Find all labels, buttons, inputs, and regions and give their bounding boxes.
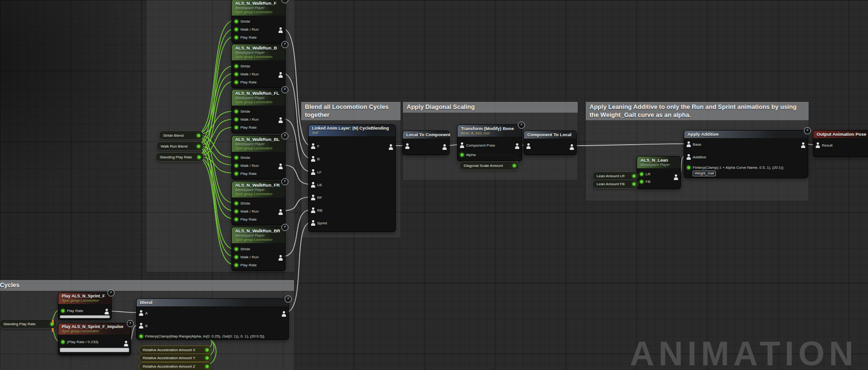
var-standing-play-rate[interactable]: Standing Play Rate — [156, 152, 204, 162]
pin-play-rate[interactable]: Play Rate — [234, 215, 257, 223]
pose-output-pin[interactable] — [278, 116, 283, 125]
node-als-n-walkrun-br[interactable]: ALS_N_WalkRun_BRBlendspace PlayerSync gr… — [231, 227, 286, 271]
pin-alpha-expression[interactable]: FInterp(Clamp(-1 + Alpha Curve Name, 0.5… — [687, 164, 783, 171]
pose-output-pin[interactable] — [124, 340, 128, 348]
pose-output-pin[interactable] — [674, 173, 678, 182]
anim-graph-canvas[interactable]: ANIMATION Blend all Locomotion Cycles to… — [0, 0, 868, 370]
pin-lr[interactable]: LR — [639, 171, 650, 177]
node-als-n-walkrun-fr[interactable]: ALS_N_WalkRun_FRBlendspace PlayerSync gr… — [231, 181, 286, 225]
pin-fb[interactable]: FB — [639, 178, 650, 185]
pin-f[interactable]: F — [311, 142, 319, 150]
float-output-pin[interactable] — [205, 348, 209, 352]
pose-output-pin[interactable] — [442, 143, 447, 152]
pin-walk-run[interactable]: Walk / Run — [234, 115, 259, 123]
comment-title[interactable]: Apply Diagonal Scaling — [403, 102, 578, 113]
pin-stride[interactable]: Stride — [234, 17, 250, 25]
pin-stride[interactable]: Stride — [234, 199, 250, 207]
pin-play-rate[interactable]: Play Rate — [234, 170, 257, 177]
float-output-pin[interactable] — [197, 155, 201, 159]
float-output-pin[interactable] — [632, 182, 636, 186]
node-component-to-local[interactable]: Component To Local — [524, 131, 577, 155]
var-stride-blend[interactable]: Stride Blend — [159, 131, 203, 140]
pin-stride[interactable]: Stride — [234, 107, 250, 115]
var-relative-acceleration-y[interactable]: Relative Acceleration Amount Y — [139, 354, 212, 362]
var-relative-acceleration-x[interactable]: Relative Acceleration Amount X — [139, 345, 212, 354]
pose-output-pin[interactable] — [105, 308, 109, 316]
pin-walk-run[interactable]: Walk / Run — [234, 70, 259, 78]
pose-output-pin[interactable] — [278, 26, 283, 35]
float-output-pin[interactable] — [632, 174, 636, 178]
pin-stride[interactable]: Stride — [234, 245, 250, 253]
pin-lf[interactable]: LF — [311, 168, 321, 176]
pin-play-rate[interactable]: Play Rate — [234, 261, 257, 269]
pose-output-pin[interactable] — [278, 254, 283, 263]
pin-alpha-expression[interactable]: FInterp(Clamp(Map Range(Alpha, In(0: 0.2… — [139, 332, 264, 340]
float-pin-icon — [234, 172, 238, 176]
pin-result[interactable]: Result — [816, 141, 833, 149]
pose-output-pin[interactable] — [282, 310, 286, 319]
pin-lb[interactable]: LB — [311, 181, 322, 189]
var-walk-run-blend[interactable]: Walk Run Blend — [156, 141, 203, 151]
pose-output-pin[interactable] — [570, 143, 574, 152]
pin-component-pose[interactable]: Component Pose — [460, 141, 495, 149]
pin-rf[interactable]: RF — [311, 193, 322, 202]
node-blend[interactable]: Blend ⚡ A B FInterp(Clamp(Map Range(Alph… — [136, 298, 289, 340]
pin-b[interactable]: B — [311, 155, 319, 163]
pose-output-pin[interactable] — [278, 71, 283, 80]
node-apply-additive[interactable]: Apply Additive ⚡ Base Additive FInterp(C… — [684, 130, 808, 178]
pin-play-rate[interactable]: Play Rate — [234, 33, 257, 41]
node-als-n-walkrun-bl[interactable]: ALS_N_WalkRun_BLBlendspace PlayerSync gr… — [231, 135, 286, 180]
float-output-pin[interactable] — [197, 133, 201, 138]
pose-output-pin[interactable] — [801, 141, 805, 150]
pin-play-rate-expression[interactable]: (Play Rate / 0.233) — [61, 338, 98, 345]
float-output-pin[interactable] — [512, 164, 516, 168]
pose-output-pin[interactable] — [389, 143, 393, 152]
node-play-als-n-sprint-f[interactable]: Play ALS_N_Sprint_FSync group Locomotion… — [58, 292, 112, 320]
float-output-pin[interactable] — [205, 364, 209, 369]
var-lean-amount-fb[interactable]: Lean Amount FB — [592, 180, 639, 189]
var-relative-acceleration-z[interactable]: Relative Acceleration Amount Z — [139, 362, 212, 370]
pin-additive[interactable]: Additive — [687, 153, 706, 161]
pose-output-pin[interactable] — [278, 163, 283, 171]
pin-b[interactable]: B — [139, 322, 147, 329]
pin-walk-run[interactable]: Walk / Run — [234, 253, 259, 261]
pin-alpha[interactable]: Alpha — [460, 151, 475, 158]
node-linked-anim-layer-cycleblending[interactable]: Linked Anim Layer: (N) CycleBlendingSelf… — [308, 124, 396, 232]
comment-title[interactable]: Apply Leaning Additive to only the Run a… — [586, 102, 809, 120]
pose-output-pin[interactable] — [515, 142, 519, 151]
float-output-pin[interactable] — [205, 356, 209, 360]
sync-group-label: Sync group Locomotion — [235, 100, 282, 104]
pin-base[interactable]: Base — [687, 140, 701, 148]
node-transform-modify-bone[interactable]: Transform (Modify) BoneBone: ik_foot_roo… — [457, 124, 522, 161]
float-output-pin[interactable] — [197, 144, 201, 148]
node-play-als-n-sprint-f-impulse[interactable]: Play ALS_N_Sprint_F_ImpulseSync group Lo… — [58, 323, 131, 355]
pin-play-rate[interactable]: Play Rate — [234, 78, 257, 86]
pin-play-rate[interactable]: Play Rate — [234, 123, 257, 131]
var-diagonal-scale-amount[interactable]: Diagonal Scale Amount — [459, 161, 519, 170]
pose-input-pin[interactable] — [526, 142, 531, 150]
node-subtitle: Blendspace Player — [235, 50, 282, 55]
pin-sprint[interactable]: Sprint — [311, 219, 327, 227]
node-als-n-walkrun-fl[interactable]: ALS_N_WalkRun_FLBlendspace PlayerSync gr… — [231, 89, 286, 133]
node-output-animation-pose[interactable]: Output Animation Pose Result — [813, 130, 868, 157]
node-local-to-component[interactable]: Local To Component — [402, 131, 450, 155]
pose-input-pin[interactable] — [405, 142, 409, 150]
pin-stride[interactable]: Stride — [234, 62, 250, 70]
node-als-n-walkrun-f[interactable]: ALS_N_WalkRun_FBlendspace PlayerSync gro… — [231, 0, 286, 43]
node-als-n-lean[interactable]: ALS_N_LeanBlendspace Player LR FB — [637, 156, 681, 189]
pin-a[interactable]: A — [139, 309, 147, 317]
comment-title[interactable]: Blend all Locomotion Cycles together — [301, 102, 401, 120]
float-pin-icon — [139, 334, 143, 338]
pin-stride[interactable]: Stride — [234, 154, 250, 161]
pin-walk-run[interactable]: Walk / Run — [234, 25, 259, 33]
float-pin-icon — [234, 255, 238, 259]
pin-walk-run[interactable]: Walk / Run — [234, 207, 259, 215]
pin-play-rate[interactable]: Play Rate — [61, 307, 83, 314]
var-standing-play-rate-sprint[interactable]: Standing Play Rate — [0, 319, 57, 329]
node-als-n-walkrun-b[interactable]: ALS_N_WalkRun_BBlendspace PlayerSync gro… — [231, 44, 286, 88]
pose-output-pin[interactable] — [278, 208, 283, 217]
pin-walk-run[interactable]: Walk / Run — [234, 162, 259, 169]
curve-name-tag[interactable]: Weight_Gait — [693, 171, 716, 176]
pin-rb[interactable]: RB — [311, 206, 322, 214]
comment-title[interactable]: Sprinting Cycles — [0, 280, 294, 291]
